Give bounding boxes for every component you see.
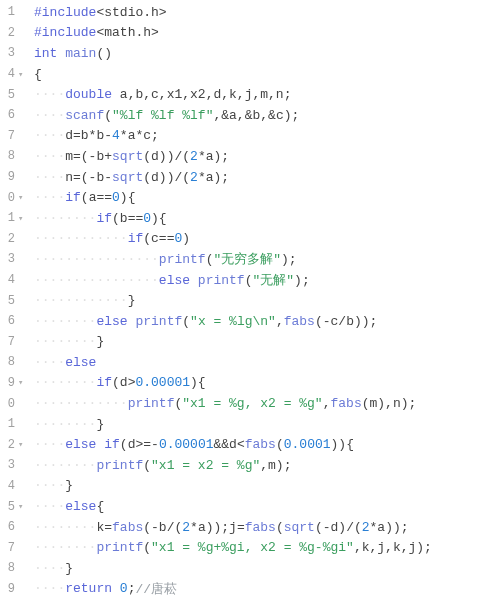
- token-id: *a*c;: [120, 128, 159, 143]
- token-kw: else: [65, 437, 96, 452]
- code-line[interactable]: ····else{: [34, 496, 500, 517]
- token-str: "x1 = x2 = %g": [151, 458, 260, 473]
- whitespace-guide: ····: [34, 355, 65, 370]
- code-line[interactable]: ············}: [34, 290, 500, 311]
- token-id: (): [96, 46, 112, 61]
- code-line[interactable]: ····double a,b,c,x1,x2,d,k,j,m,n;: [34, 84, 500, 105]
- gutter-line: 4: [0, 476, 28, 497]
- token-fn: sqrt: [112, 149, 143, 164]
- code-line[interactable]: ····return 0;//唐菘: [34, 579, 500, 600]
- code-line[interactable]: ········printf("x1 = x2 = %g",m);: [34, 455, 500, 476]
- gutter-line: 0▾: [0, 187, 28, 208]
- token-id: (a==: [81, 190, 112, 205]
- code-line[interactable]: ············if(c==0): [34, 229, 500, 250]
- code-line[interactable]: ········}: [34, 414, 500, 435]
- fold-toggle-icon[interactable]: ▾: [18, 501, 26, 512]
- token-id: <math.h>: [96, 25, 158, 40]
- code-line[interactable]: ········}: [34, 332, 500, 353]
- token-fn: printf: [96, 540, 143, 555]
- code-line[interactable]: ········k=fabs(-b/(2*a));j=fabs(sqrt(-d)…: [34, 517, 500, 538]
- token-id: ,m);: [260, 458, 291, 473]
- whitespace-guide: ········: [34, 334, 96, 349]
- token-id: [190, 273, 198, 288]
- token-id: }: [65, 478, 73, 493]
- whitespace-guide: ············: [34, 231, 128, 246]
- line-number: 1: [8, 417, 15, 431]
- code-line[interactable]: ········if(b==0){: [34, 208, 500, 229]
- line-number: 9: [8, 582, 15, 596]
- token-id: *a);: [198, 149, 229, 164]
- token-id: k=: [96, 520, 112, 535]
- fold-toggle-icon[interactable]: ▾: [18, 377, 26, 388]
- token-str: "x1 = %g+%gi, x2 = %g-%gi": [151, 540, 354, 555]
- gutter-line: 8: [0, 352, 28, 373]
- code-line[interactable]: ········printf("x1 = %g+%gi, x2 = %g-%gi…: [34, 537, 500, 558]
- code-line[interactable]: ········else printf("x = %lg\n",fabs(-c/…: [34, 311, 500, 332]
- gutter-line: 1: [0, 414, 28, 435]
- line-number: 2: [8, 438, 15, 452]
- code-line[interactable]: ····}: [34, 558, 500, 579]
- token-cmt: //唐菘: [135, 580, 177, 598]
- token-id: );: [294, 273, 310, 288]
- gutter-line: 9: [0, 167, 28, 188]
- code-line[interactable]: ····}: [34, 476, 500, 497]
- token-id: (-b/(: [143, 520, 182, 535]
- line-number: 8: [8, 149, 15, 163]
- fold-toggle-icon[interactable]: ▾: [18, 439, 26, 450]
- line-number-gutter: 1234▾567890▾1▾23456789▾012▾345▾6789: [0, 0, 28, 600]
- token-fn: fabs: [331, 396, 362, 411]
- fold-toggle-icon[interactable]: ▾: [18, 192, 26, 203]
- token-id: {: [34, 67, 42, 82]
- token-id: ;: [128, 581, 136, 596]
- code-line[interactable]: ········if(d>0.00001){: [34, 373, 500, 394]
- token-str: "无穷多解": [213, 250, 281, 268]
- token-id: (-d)/(: [315, 520, 362, 535]
- code-line[interactable]: ····m=(-b+sqrt(d))/(2*a);: [34, 146, 500, 167]
- code-line[interactable]: ····else if(d>=-0.00001&&d<fabs(0.0001))…: [34, 434, 500, 455]
- gutter-line: 2: [0, 23, 28, 44]
- gutter-line: 0: [0, 393, 28, 414]
- token-id: (d>=-: [120, 437, 159, 452]
- line-number: 5: [8, 294, 15, 308]
- fold-toggle-icon[interactable]: ▾: [18, 69, 26, 80]
- token-num: 0: [143, 211, 151, 226]
- gutter-line: 7: [0, 332, 28, 353]
- code-line[interactable]: ····d=b*b-4*a*c;: [34, 126, 500, 147]
- token-pp: #include: [34, 5, 96, 20]
- whitespace-guide: ····: [34, 87, 65, 102]
- token-id: }: [96, 417, 104, 432]
- code-line[interactable]: ····scanf("%lf %lf %lf",&a,&b,&c);: [34, 105, 500, 126]
- line-number: 3: [8, 46, 15, 60]
- token-id: <stdio.h>: [96, 5, 166, 20]
- gutter-line: 7: [0, 537, 28, 558]
- token-id: *a);: [198, 170, 229, 185]
- code-line[interactable]: int main(): [34, 43, 500, 64]
- code-line[interactable]: ····if(a==0){: [34, 187, 500, 208]
- gutter-line: 8: [0, 558, 28, 579]
- line-number: 6: [8, 108, 15, 122]
- token-kw: if: [104, 437, 120, 452]
- token-kw: else: [96, 314, 127, 329]
- code-line[interactable]: ····n=(-b-sqrt(d))/(2*a);: [34, 167, 500, 188]
- token-fn: printf: [198, 273, 245, 288]
- token-id: (: [182, 314, 190, 329]
- token-str: "%lf %lf %lf": [112, 108, 213, 123]
- token-str: "无解": [252, 271, 294, 289]
- line-number: 8: [8, 355, 15, 369]
- token-id: m=(-b+: [65, 149, 112, 164]
- token-id: (d>: [112, 375, 135, 390]
- whitespace-guide: ········: [34, 211, 96, 226]
- code-line[interactable]: #include<stdio.h>: [34, 2, 500, 23]
- token-id: (: [206, 252, 214, 267]
- token-fn: printf: [128, 396, 175, 411]
- code-line[interactable]: {: [34, 64, 500, 85]
- code-line[interactable]: ····else: [34, 352, 500, 373]
- fold-toggle-icon[interactable]: ▾: [18, 213, 26, 224]
- token-kw: else: [159, 273, 190, 288]
- code-line[interactable]: ············printf("x1 = %g, x2 = %g",fa…: [34, 393, 500, 414]
- code-line[interactable]: #include<math.h>: [34, 23, 500, 44]
- line-number: 6: [8, 314, 15, 328]
- code-line[interactable]: ················else printf("无解");: [34, 270, 500, 291]
- code-line[interactable]: ················printf("无穷多解");: [34, 249, 500, 270]
- code-area[interactable]: #include<stdio.h>#include<math.h>int mai…: [28, 0, 500, 600]
